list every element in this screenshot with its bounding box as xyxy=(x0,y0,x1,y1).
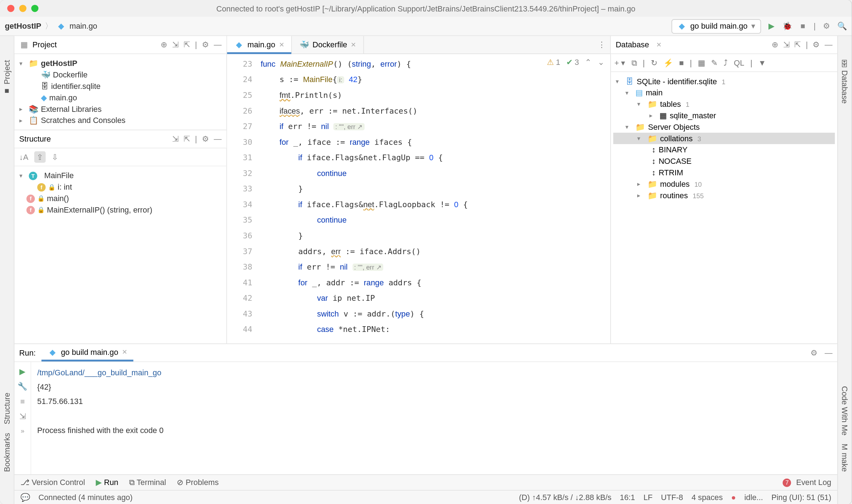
codewithme-toolwindow-button[interactable]: Code With Me xyxy=(840,386,849,436)
collapse-all-icon[interactable]: ⇱ xyxy=(184,134,190,143)
duplicate-icon[interactable]: ⧉ xyxy=(631,58,637,68)
breadcrumb-project[interactable]: getHostIP xyxy=(5,22,41,30)
close-database-icon[interactable]: ✕ xyxy=(656,41,662,49)
prev-highlight-icon[interactable]: ⌃ xyxy=(585,58,591,67)
tab-main-go[interactable]: ◆ main.go ✕ xyxy=(227,36,292,54)
expand-all-icon[interactable]: ⇲ xyxy=(172,40,179,49)
structure-toolwindow-button[interactable]: Structure xyxy=(3,393,11,424)
status-encoding[interactable]: UTF-8 xyxy=(661,493,683,502)
console-icon[interactable]: QL xyxy=(734,58,744,67)
structure-item-main[interactable]: f🔒main() xyxy=(17,193,224,204)
db-schema-main[interactable]: ▾▤main xyxy=(613,87,835,99)
close-icon[interactable] xyxy=(7,5,14,12)
tab-dockerfile[interactable]: 🐳 Dockerfile ✕ xyxy=(292,36,364,54)
code-content[interactable]: func MainExternalIP() (string, error) { … xyxy=(261,54,610,343)
gear-icon[interactable]: ⚙ xyxy=(202,134,209,143)
event-log-button[interactable]: Event Log xyxy=(796,478,831,487)
stop-icon[interactable]: ■ xyxy=(679,58,684,67)
db-routines[interactable]: ▸📁routines155 xyxy=(613,190,835,201)
autoscroll-from-icon[interactable]: ⇩ xyxy=(52,152,58,161)
settings-icon[interactable]: ⚙ xyxy=(822,21,831,31)
gear-icon[interactable]: ⚙ xyxy=(202,40,209,49)
hide-icon[interactable]: — xyxy=(214,134,222,143)
collapse-all-icon[interactable]: ⇱ xyxy=(184,40,190,49)
db-collation-binary[interactable]: ↕BINARY xyxy=(613,144,835,156)
filter-icon[interactable]: ▼ xyxy=(758,58,766,67)
tab-menu-icon[interactable]: ⋮ xyxy=(598,40,606,49)
search-icon[interactable]: 🔍 xyxy=(837,21,847,31)
terminal-toolwindow-button[interactable]: ⧉ Terminal xyxy=(129,477,166,487)
external-libraries[interactable]: ▸📚External Libraries xyxy=(17,103,224,115)
close-tab-icon[interactable]: ✕ xyxy=(351,41,356,49)
refresh-icon[interactable]: ↻ xyxy=(651,58,657,67)
structure-item-mainexternalip[interactable]: f🔒MainExternalIP() (string, error) xyxy=(17,204,224,216)
close-run-tab-icon[interactable]: ✕ xyxy=(122,348,127,356)
hide-icon[interactable]: — xyxy=(825,348,833,357)
status-caret[interactable]: 16:1 xyxy=(620,493,635,502)
layout-icon[interactable]: ⇲ xyxy=(19,412,26,421)
db-collation-rtrim[interactable]: ↕RTRIM xyxy=(613,167,835,179)
next-highlight-icon[interactable]: ⌄ xyxy=(598,58,604,67)
tree-file-maingo[interactable]: ◆main.go xyxy=(17,92,224,103)
console-output[interactable]: /tmp/GoLand/___go_build_main_go{42}51.75… xyxy=(31,362,837,474)
new-datasource-icon[interactable]: + ▾ xyxy=(615,58,626,67)
project-root[interactable]: ▾📁getHostIP xyxy=(17,58,224,69)
debug-button[interactable]: 🐞 xyxy=(782,21,792,31)
gear-icon[interactable]: ⚙ xyxy=(813,40,820,49)
rerun-icon[interactable]: ▶ xyxy=(19,367,25,376)
notification-icon[interactable]: 💬 xyxy=(20,493,30,502)
hide-icon[interactable]: — xyxy=(825,40,833,49)
database-tree[interactable]: ▾🗄SQLite - identifier.sqlite1 ▾▤main ▾📁t… xyxy=(611,72,837,343)
run-tab[interactable]: ◆ go build main.go ✕ xyxy=(42,344,133,362)
jump-icon[interactable]: ⤴ xyxy=(724,58,728,67)
structure-item-mainfile[interactable]: ▾T MainFile xyxy=(17,170,224,181)
db-table-sqlitemaster[interactable]: ▸▦sqlite_master xyxy=(613,110,835,122)
structure-item-field[interactable]: f🔒i: int xyxy=(17,181,224,193)
db-tables[interactable]: ▾📁tables1 xyxy=(613,99,835,110)
db-collations[interactable]: ▾📁collations3 xyxy=(613,133,835,144)
scratches[interactable]: ▸📋Scratches and Consoles xyxy=(17,115,224,126)
select-opened-file-icon[interactable]: ⊕ xyxy=(161,40,167,49)
project-toolwindow-button[interactable]: ■Project xyxy=(3,60,11,96)
wrench-icon[interactable]: 🔧 xyxy=(18,382,27,391)
stop-icon[interactable]: ■ xyxy=(20,397,25,406)
hide-icon[interactable]: — xyxy=(214,40,222,49)
code-editor[interactable]: ⚠1 ✔3 ⌃ ⌄ 232425262730313233343536373841… xyxy=(227,54,610,343)
close-tab-icon[interactable]: ✕ xyxy=(279,41,284,49)
gear-icon[interactable]: ⚙ xyxy=(810,348,818,357)
more-icon[interactable]: » xyxy=(21,427,24,434)
minimize-icon[interactable] xyxy=(19,5,27,12)
vcs-toolwindow-button[interactable]: ⎇ Version Control xyxy=(20,478,85,487)
expand-all-icon[interactable]: ⇲ xyxy=(172,134,179,143)
database-toolwindow-button[interactable]: 🗄Database xyxy=(840,60,849,104)
db-collation-nocase[interactable]: ↕NOCASE xyxy=(613,156,835,167)
db-modules[interactable]: ▸📁modules10 xyxy=(613,178,835,190)
bookmarks-toolwindow-button[interactable]: Bookmarks xyxy=(3,433,11,472)
project-tree[interactable]: ▾📁getHostIP 🐳Dockerfile 🗄identifier.sqli… xyxy=(14,54,226,130)
status-indent[interactable]: 4 spaces xyxy=(691,493,723,502)
structure-tree[interactable]: ▾T MainFile f🔒i: int f🔒main() f🔒MainExte… xyxy=(14,166,226,219)
autoscroll-icon[interactable]: ⇪ xyxy=(34,151,46,163)
run-toolwindow-button[interactable]: ▶ Run xyxy=(96,478,118,487)
status-line-ending[interactable]: LF xyxy=(643,493,652,502)
sort-icon[interactable]: ↓A xyxy=(19,152,28,161)
db-datasource[interactable]: ▾🗄SQLite - identifier.sqlite1 xyxy=(613,76,835,87)
run-button[interactable]: ▶ xyxy=(767,21,776,31)
tree-file-dockerfile[interactable]: 🐳Dockerfile xyxy=(17,69,224,81)
breadcrumb[interactable]: getHostIP 〉 ◆ main.go xyxy=(5,21,97,32)
add-icon[interactable]: ⊕ xyxy=(772,40,778,49)
collapse-icon[interactable]: ⇱ xyxy=(794,40,801,49)
tree-file-sqlite[interactable]: 🗄identifier.sqlite xyxy=(17,80,224,92)
edit-icon[interactable]: ✎ xyxy=(711,58,718,67)
inspections-widget[interactable]: ⚠1 ✔3 ⌃ ⌄ xyxy=(547,58,604,67)
expand-icon[interactable]: ⇲ xyxy=(783,40,790,49)
run-configuration-dropdown[interactable]: ◆ go build main.go ▾ xyxy=(672,19,761,33)
problems-toolwindow-button[interactable]: ⊘ Problems xyxy=(177,478,218,487)
diagnose-icon[interactable]: ⚡ xyxy=(663,58,673,67)
make-toolwindow-button[interactable]: Mmake xyxy=(840,444,849,472)
db-server-objects[interactable]: ▾📁Server Objects xyxy=(613,121,835,133)
table-icon[interactable]: ▦ xyxy=(698,58,705,67)
maximize-icon[interactable] xyxy=(31,5,38,12)
error-icon[interactable]: ● xyxy=(731,493,736,502)
breadcrumb-file[interactable]: main.go xyxy=(70,22,97,30)
